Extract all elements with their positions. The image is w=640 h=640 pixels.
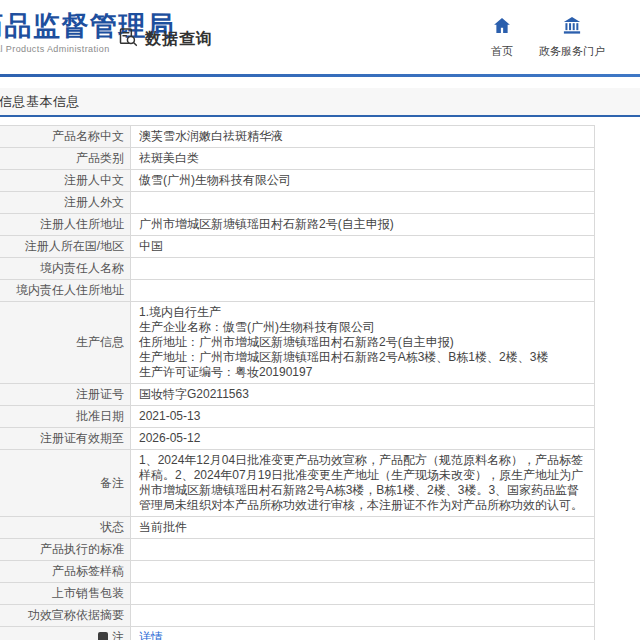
table-row: 注册人外文	[0, 192, 595, 214]
link-gov-portal[interactable]: 政务服务门户	[539, 17, 605, 59]
row-label: 注	[0, 627, 131, 640]
row-label: 批准日期	[0, 406, 131, 428]
row-value: 详情	[131, 627, 595, 640]
table-row: 状态当前批件	[0, 517, 595, 539]
quick-links: 首页 政务服务门户	[491, 17, 605, 59]
table-row: 批准日期2021-05-13	[0, 406, 595, 428]
row-label: 产品类别	[0, 148, 131, 170]
browser-page: 国家药品监督管理局 National Medical Products Admi…	[0, 0, 640, 640]
row-label: 注册人中文	[0, 170, 131, 192]
section-header: 产品信息基本信息	[0, 88, 640, 117]
row-label: 功效宣称依据摘要	[0, 605, 131, 627]
row-value-line: 1.境内自行生产	[139, 305, 586, 320]
info-table-body: 产品名称中文澳芙雪水润嫩白祛斑精华液产品类别祛斑美白类注册人中文傲雪(广州)生物…	[0, 126, 595, 640]
home-icon	[493, 17, 511, 38]
row-label: 产品名称中文	[0, 126, 131, 148]
row-value	[131, 583, 595, 605]
link-home[interactable]: 首页	[491, 17, 513, 59]
note-icon	[98, 632, 108, 640]
row-value	[131, 561, 595, 583]
row-label: 注册人外文	[0, 192, 131, 214]
table-row: 注册证号国妆特字G20211563	[0, 384, 595, 406]
row-value: 当前批件	[131, 517, 595, 539]
link-home-label: 首页	[491, 44, 513, 59]
row-value-line: 生产许可证编号：粤妆20190197	[139, 365, 586, 380]
row-value-line: 住所地址：广州市增城区新塘镇瑶田村石新路2号(自主申报)	[139, 335, 586, 350]
row-value: 中国	[131, 236, 595, 258]
row-value	[131, 539, 595, 561]
table-row: 产品标签样稿	[0, 561, 595, 583]
row-label: 境内责任人名称	[0, 258, 131, 280]
row-value: 国妆特字G20211563	[131, 384, 595, 406]
table-row: 生产信息1.境内自行生产生产企业名称：傲雪(广州)生物科技有限公司住所地址：广州…	[0, 302, 595, 384]
row-label: 注册人所在国/地区	[0, 236, 131, 258]
row-value-line: 生产企业名称：傲雪(广州)生物科技有限公司	[139, 320, 586, 335]
row-label: 状态	[0, 517, 131, 539]
row-label: 注册证号	[0, 384, 131, 406]
page-content: 国家药品监督管理局 National Medical Products Admi…	[0, 0, 640, 640]
nav-data-query-label: 数据查询	[145, 29, 213, 50]
row-label: 生产信息	[0, 302, 131, 384]
row-value: 祛斑美白类	[131, 148, 595, 170]
section-title: 产品信息基本信息	[0, 88, 80, 115]
table-row: 产品名称中文澳芙雪水润嫩白祛斑精华液	[0, 126, 595, 148]
building-icon	[562, 17, 582, 38]
row-label: 备注	[0, 450, 131, 517]
detail-link[interactable]: 详情	[139, 630, 163, 640]
row-value	[131, 280, 595, 302]
row-label: 注册证有效期至	[0, 428, 131, 450]
row-value: 澳芙雪水润嫩白祛斑精华液	[131, 126, 595, 148]
site-header: 国家药品监督管理局 National Medical Products Admi…	[0, 0, 640, 74]
link-gov-portal-label: 政务服务门户	[539, 44, 605, 59]
table-row: 注册证有效期至2026-05-12	[0, 428, 595, 450]
row-value-line: 生产地址：广州市增城区新塘镇瑶田村石新路2号A栋3楼、B栋1楼、2楼、3楼	[139, 350, 586, 365]
row-value: 1、2024年12月04日批准变更产品功效宣称，产品配方（规范原料名称），产品标…	[131, 450, 595, 517]
row-value: 1.境内自行生产生产企业名称：傲雪(广州)生物科技有限公司住所地址：广州市增城区…	[131, 302, 595, 384]
table-row: 境内责任人名称	[0, 258, 595, 280]
data-query-icon	[118, 27, 138, 51]
table-row: 功效宣称依据摘要	[0, 605, 595, 627]
table-row: 备注1、2024年12月04日批准变更产品功效宣称，产品配方（规范原料名称），产…	[0, 450, 595, 517]
nav-data-query[interactable]: 数据查询	[118, 27, 213, 51]
table-row: 注册人所在国/地区中国	[0, 236, 595, 258]
row-label: 产品标签样稿	[0, 561, 131, 583]
row-value: 广州市增城区新塘镇瑶田村石新路2号(自主申报)	[131, 214, 595, 236]
row-value	[131, 605, 595, 627]
row-label: 境内责任人住所地址	[0, 280, 131, 302]
table-row: 产品类别祛斑美白类	[0, 148, 595, 170]
table-row: 产品执行的标准	[0, 539, 595, 561]
row-value: 2021-05-13	[131, 406, 595, 428]
row-label: 上市销售包装	[0, 583, 131, 605]
table-row: 注册人中文傲雪(广州)生物科技有限公司	[0, 170, 595, 192]
table-row: 注详情	[0, 627, 595, 640]
row-value	[131, 258, 595, 280]
row-value: 2026-05-12	[131, 428, 595, 450]
table-row: 境内责任人住所地址	[0, 280, 595, 302]
row-value	[131, 192, 595, 214]
header-divider	[0, 74, 640, 77]
info-table: 产品名称中文澳芙雪水润嫩白祛斑精华液产品类别祛斑美白类注册人中文傲雪(广州)生物…	[0, 125, 595, 640]
table-row: 注册人住所地址广州市增城区新塘镇瑶田村石新路2号(自主申报)	[0, 214, 595, 236]
row-label: 注册人住所地址	[0, 214, 131, 236]
row-value: 傲雪(广州)生物科技有限公司	[131, 170, 595, 192]
row-label: 产品执行的标准	[0, 539, 131, 561]
table-row: 上市销售包装	[0, 583, 595, 605]
